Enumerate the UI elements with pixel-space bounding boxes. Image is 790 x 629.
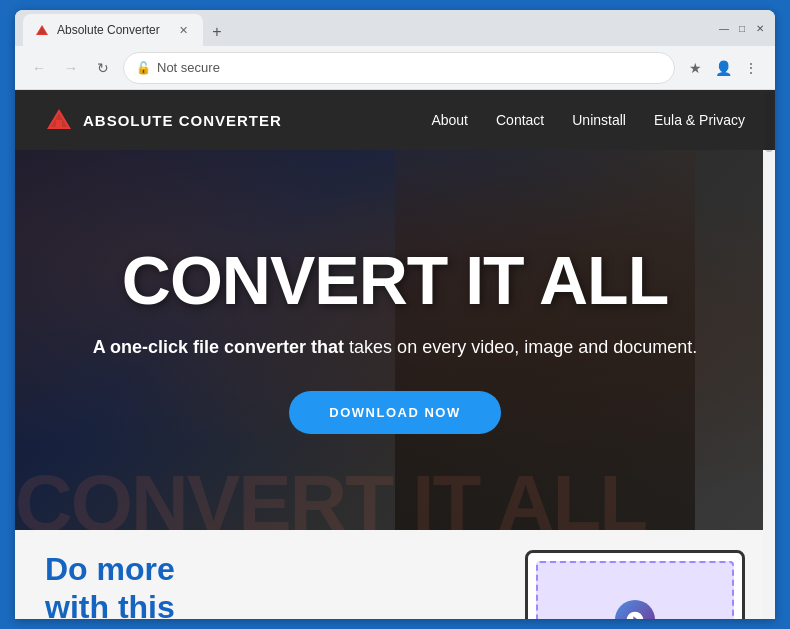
reload-button[interactable]: ↻: [91, 56, 115, 80]
tab-close-button[interactable]: ✕: [175, 22, 191, 38]
forward-button[interactable]: →: [59, 56, 83, 80]
hero-title: CONVERT IT ALL: [93, 246, 698, 314]
url-bar[interactable]: 🔓 Not secure: [123, 52, 675, 84]
lock-icon: 🔓: [136, 61, 151, 75]
logo-icon: [45, 106, 73, 134]
active-tab[interactable]: Absolute Converter ✕: [23, 14, 203, 46]
do-more-line1: Do more: [45, 551, 175, 587]
tab-title: Absolute Converter: [57, 23, 160, 37]
new-tab-button[interactable]: +: [203, 18, 231, 46]
back-button[interactable]: ←: [27, 56, 51, 80]
svg-rect-4: [56, 120, 62, 127]
hero-subtitle-bold: A one-click file converter that: [93, 337, 344, 357]
tab-favicon-icon: [35, 23, 49, 37]
do-more-section: Do more with this: [45, 550, 495, 619]
watermark-text: CONVERT IT ALL: [15, 458, 775, 530]
site-nav: ABSOLUTE CONVERTER About Contact Uninsta…: [15, 90, 775, 150]
site-nav-links: About Contact Uninstall Eula & Privacy: [431, 112, 745, 128]
laptop-mockup: [525, 550, 745, 619]
website-content: ABSOLUTE CONVERTER About Contact Uninsta…: [15, 90, 775, 619]
address-bar: ← → ↻ 🔓 Not secure ★ 👤 ⋮: [15, 46, 775, 90]
nav-link-contact[interactable]: Contact: [496, 112, 544, 128]
laptop-screen-inner: [536, 561, 734, 619]
hero-section: CONVERT IT ALL CONVERT IT ALL A one-clic…: [15, 150, 775, 530]
window-controls: — □ ✕: [717, 21, 767, 35]
title-bar: Absolute Converter ✕ + — □ ✕: [15, 10, 775, 46]
logo-text: ABSOLUTE CONVERTER: [83, 112, 282, 129]
browser-window: Absolute Converter ✕ + — □ ✕ ← → ↻ 🔓 Not…: [15, 10, 775, 619]
bookmark-icon[interactable]: ★: [683, 56, 707, 80]
hero-subtitle: A one-click file converter that takes on…: [93, 334, 698, 361]
download-button[interactable]: DOWNLOAD NOW: [289, 391, 500, 434]
do-more-line2: with this: [45, 589, 175, 619]
nav-link-uninstall[interactable]: Uninstall: [572, 112, 626, 128]
tab-area: Absolute Converter ✕ +: [23, 10, 713, 46]
close-button[interactable]: ✕: [753, 21, 767, 35]
site-logo: ABSOLUTE CONVERTER: [45, 106, 282, 134]
nav-link-eula[interactable]: Eula & Privacy: [654, 112, 745, 128]
do-more-title: Do more with this: [45, 550, 495, 619]
nav-link-about[interactable]: About: [431, 112, 468, 128]
laptop-circle-icon: [615, 600, 655, 619]
hero-subtitle-rest: takes on every video, image and document…: [344, 337, 697, 357]
minimize-button[interactable]: —: [717, 21, 731, 35]
address-actions: ★ 👤 ⋮: [683, 56, 763, 80]
below-hero-section: Do more with this: [15, 530, 775, 619]
profile-icon[interactable]: 👤: [711, 56, 735, 80]
menu-icon[interactable]: ⋮: [739, 56, 763, 80]
not-secure-label: Not secure: [157, 60, 220, 75]
maximize-button[interactable]: □: [735, 21, 749, 35]
hero-content: CONVERT IT ALL A one-click file converte…: [93, 246, 698, 434]
scrollbar[interactable]: [763, 90, 775, 619]
